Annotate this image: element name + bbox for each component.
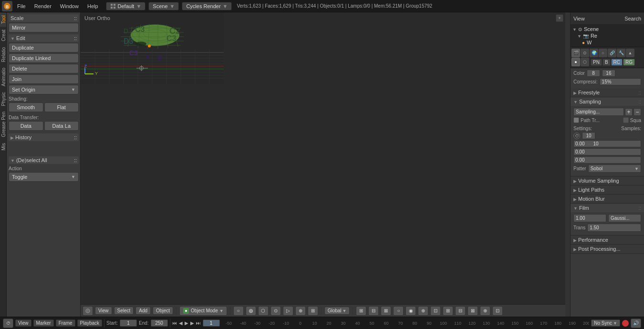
side-tab-tool[interactable]: Tool xyxy=(0,12,6,27)
viewport-btn4[interactable]: ⊙ xyxy=(270,306,281,316)
blender-icon[interactable]: B xyxy=(2,1,12,11)
select-button[interactable]: Select xyxy=(114,307,134,315)
timeline-icon[interactable]: ⏱ xyxy=(3,319,13,328)
viewport-btn5[interactable]: ▷ xyxy=(283,306,293,316)
deselect-section[interactable]: (De)select All :: xyxy=(9,156,79,164)
next-frame-btn[interactable]: ▶ xyxy=(190,320,194,326)
sampling-header[interactable]: Sampling :: xyxy=(571,97,644,106)
viewport-magnet-btn[interactable]: ⊕ xyxy=(246,306,256,316)
toggle-dropdown[interactable]: Toggle ▼ xyxy=(9,172,79,182)
side-tab-create[interactable]: Creat xyxy=(0,27,6,44)
num-field-3[interactable]: 0.00 xyxy=(573,156,641,164)
timeline-view-btn[interactable]: View xyxy=(15,319,31,327)
vb-extra8[interactable]: ⊞ xyxy=(443,306,453,316)
duplicate-button[interactable]: Duplicate xyxy=(9,43,79,52)
duplicate-linked-button[interactable]: Duplicate Linked xyxy=(9,53,79,63)
trans-val[interactable]: 1.50 xyxy=(587,224,641,232)
performance-section[interactable]: Performance xyxy=(571,236,644,245)
vb-extra12[interactable]: ⊡ xyxy=(492,306,503,316)
menu-window[interactable]: Window xyxy=(56,2,83,10)
color-val2[interactable]: 16 xyxy=(602,70,615,77)
props-icon-material[interactable]: ● xyxy=(571,58,580,66)
view-label[interactable]: View xyxy=(573,16,585,21)
mode-dropdown[interactable]: Object Mode ▼ xyxy=(179,306,227,316)
mirror-button[interactable]: Mirror xyxy=(9,23,79,32)
num-field-2[interactable]: 0.00 xyxy=(573,148,641,155)
path-tr-checkbox[interactable] xyxy=(573,117,579,123)
menu-file[interactable]: File xyxy=(13,2,30,10)
vb-extra1[interactable]: ⊞ xyxy=(356,306,366,316)
object-button[interactable]: Object xyxy=(153,307,173,315)
scene-dropdown[interactable]: Scene ▼ xyxy=(148,2,179,10)
add-button[interactable]: Add xyxy=(135,307,151,315)
timeline-frame-btn[interactable]: Frame xyxy=(56,319,75,327)
sobol-dropdown[interactable]: Sobol ▼ xyxy=(588,164,641,173)
post-processing-section[interactable]: Post Processing... xyxy=(571,245,644,254)
tab-b[interactable]: B xyxy=(602,59,611,66)
compress-val[interactable]: 15% xyxy=(600,78,641,85)
vb-extra3[interactable]: ⊠ xyxy=(381,306,391,316)
props-icon-world[interactable]: 🌍 xyxy=(590,49,598,57)
vb-extra2[interactable]: ⊟ xyxy=(368,306,379,316)
num-field-1[interactable]: 0.00 → 10 xyxy=(573,140,641,147)
start-field[interactable]: 1 xyxy=(120,319,137,327)
vb-extra11[interactable]: ⊕ xyxy=(480,306,490,316)
outliner-re[interactable]: 📷 Re xyxy=(571,32,644,39)
sampling-select[interactable]: Sampling... xyxy=(573,108,624,116)
scale-section[interactable]: Scale :: xyxy=(9,14,79,22)
global-dropdown[interactable]: Global ▼ xyxy=(324,307,350,315)
nosync-dropdown[interactable]: No Sync ▼ xyxy=(591,319,620,327)
freestyle-section[interactable]: Freestyle :: xyxy=(571,88,644,97)
set-origin-dropdown[interactable]: Set Origin ▼ xyxy=(9,85,79,94)
squa-checkbox[interactable] xyxy=(623,117,629,123)
join-button[interactable]: Join xyxy=(9,74,79,84)
viewport-btn6[interactable]: ⊕ xyxy=(295,306,306,316)
screen-layout-dropdown[interactable]: Default ▼ xyxy=(106,2,146,10)
side-tab-misc[interactable]: Mis xyxy=(0,140,6,154)
timeline-marker-btn[interactable]: Marker xyxy=(33,319,54,327)
vb-extra10[interactable]: ⊠ xyxy=(467,306,478,316)
light-paths-section[interactable]: Light Paths xyxy=(571,185,644,195)
tab-rg[interactable]: RG xyxy=(623,59,635,66)
vb-extra9[interactable]: ⊟ xyxy=(455,306,466,316)
data-button[interactable]: Data xyxy=(9,121,43,131)
viewport-snap-btn[interactable]: ○ xyxy=(233,306,244,316)
props-icon-scene[interactable]: ⊙ xyxy=(581,49,589,57)
vb-extra4[interactable]: ○ xyxy=(393,306,404,316)
viewport[interactable]: C3 C3 C2 C3 D D3 C3 F E Z Y User Ortho + xyxy=(81,12,570,317)
history-section[interactable]: History :: xyxy=(9,134,79,141)
vb-extra6[interactable]: ⊕ xyxy=(418,306,428,316)
sampling-minus-btn[interactable]: − xyxy=(634,108,641,116)
timeline-playback-btn[interactable]: Playback xyxy=(77,319,103,327)
side-tab-physics[interactable]: Physic xyxy=(0,89,6,109)
tab-rc[interactable]: RC xyxy=(611,59,623,66)
props-icon-constraints[interactable]: 🔗 xyxy=(608,49,616,57)
motion-blur-section[interactable]: Motion Blur xyxy=(571,195,644,204)
vb-extra7[interactable]: ⊡ xyxy=(430,306,441,316)
end-field[interactable]: 250 xyxy=(151,319,168,327)
outliner-w[interactable]: ● W xyxy=(571,39,644,46)
engine-dropdown[interactable]: Cycles Render ▼ xyxy=(182,2,232,10)
record-button[interactable] xyxy=(622,320,629,327)
props-icon-data[interactable]: ▲ xyxy=(626,49,634,57)
viewport-btn7[interactable]: ⊞ xyxy=(308,306,318,316)
prev-keyframe-btn[interactable]: ⏮ xyxy=(172,320,177,326)
viewport-corner-button[interactable]: + xyxy=(556,14,563,22)
sampling-plus-btn[interactable]: + xyxy=(625,108,633,116)
tab-pn[interactable]: PN xyxy=(591,59,602,66)
side-tab-grease[interactable]: Grease Pen xyxy=(0,109,6,140)
prev-frame-btn[interactable]: ◀ xyxy=(179,320,183,326)
props-icon-render[interactable]: 🎬 xyxy=(571,49,580,57)
gaussi-val[interactable]: Gaussi... xyxy=(608,214,641,222)
current-frame-field[interactable]: 1 xyxy=(203,319,220,327)
side-tab-animation[interactable]: Animatio xyxy=(0,65,6,89)
film-val1[interactable]: 1.00 xyxy=(573,214,606,222)
samples-val1[interactable]: 10 xyxy=(582,132,595,139)
data-la-button[interactable]: Data La xyxy=(44,121,79,131)
menu-help[interactable]: Help xyxy=(83,2,102,10)
menu-render[interactable]: Render xyxy=(31,2,55,10)
color-val1[interactable]: 8 xyxy=(587,70,600,77)
viewport-btn3[interactable]: ⬡ xyxy=(258,306,269,316)
flat-button[interactable]: Flat xyxy=(44,103,79,112)
volume-sampling-section[interactable]: Volume Sampling xyxy=(571,176,644,185)
